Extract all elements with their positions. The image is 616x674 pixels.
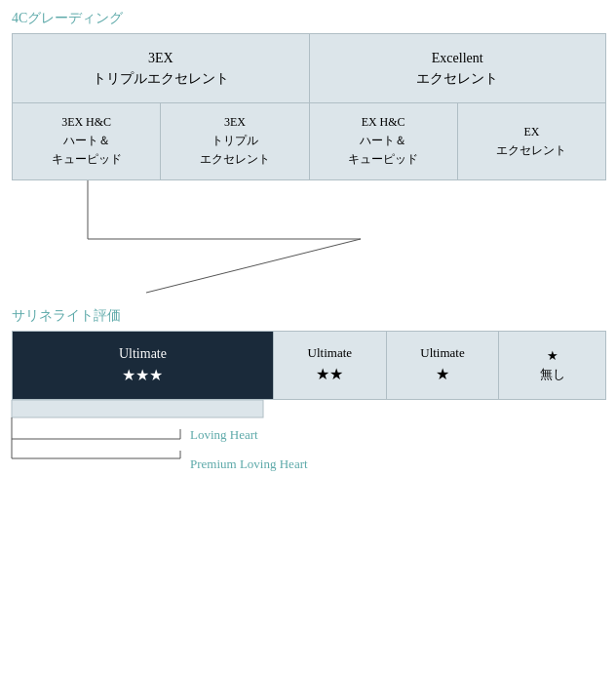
- bottom-svg: [0, 400, 616, 497]
- svg-line-2: [146, 239, 361, 293]
- sarinelight-table: Ultimate★★★ Ultimate★★ Ultimate★ ★無し: [12, 331, 606, 400]
- section-sarinelight: サリネライト評価 Ultimate★★★ Ultimate★★ Ultimate…: [0, 297, 616, 400]
- cell-ultimate-1star: Ultimate★: [386, 331, 499, 399]
- grading-table: 3EXトリプルエクセレント Excellentエクセレント 3EX H&Cハート…: [12, 33, 606, 180]
- cell-no-star: ★無し: [499, 331, 606, 399]
- cell-ultimate-3star: Ultimate★★★: [13, 331, 274, 399]
- section-4c: 4Cグレーディング 3EXトリプルエクセレント Excellentエクセレント …: [0, 0, 616, 180]
- connector-svg: [0, 180, 616, 297]
- section-4c-title: 4Cグレーディング: [0, 0, 616, 33]
- loving-heart-label: Loving Heart: [190, 427, 258, 443]
- header-3ex: 3EXトリプルエクセレント: [13, 34, 310, 103]
- cell-ultimate-2star: Ultimate★★: [273, 331, 386, 399]
- section-sarinelight-title: サリネライト評価: [0, 297, 616, 331]
- sub-3ex-hc: 3EX H&Cハート＆キューピッド: [13, 103, 161, 180]
- sub-3ex: 3EXトリプルエクセレント: [161, 103, 309, 180]
- sub-ex-hc: EX H&Cハート＆キューピッド: [309, 103, 457, 180]
- sub-ex: EXエクセレント: [457, 103, 605, 180]
- header-excellent: Excellentエクセレント: [309, 34, 606, 103]
- premium-loving-heart-label: Premium Loving Heart: [190, 456, 308, 472]
- svg-rect-3: [12, 400, 263, 417]
- bottom-connector: Loving Heart Premium Loving Heart: [0, 400, 616, 497]
- connector-area: [0, 180, 616, 297]
